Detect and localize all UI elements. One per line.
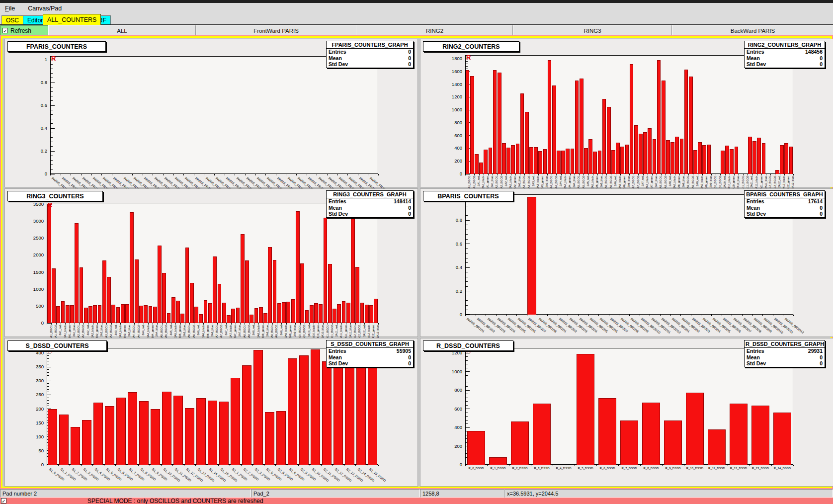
y-axis-label: 800 [437, 387, 462, 393]
pad-bparis_counters[interactable]: BPARIS_COUNTERSR00.20.40.60.81PARIS_BR1D… [420, 188, 833, 337]
y-axis-label: 1000 [19, 286, 44, 292]
x-axis-tick [501, 174, 502, 175]
x-axis-label: R_14_DSSD [767, 467, 797, 470]
histogram-bar [775, 170, 779, 174]
x-axis-label: 2A6_green [623, 176, 626, 189]
x-axis-tick [739, 174, 739, 175]
section-backward-paris[interactable]: BackWard PARIS [672, 25, 833, 36]
plot-frame[interactable] [50, 56, 378, 174]
x-axis-tick [101, 174, 102, 175]
pad-ring2_counters[interactable]: RING2_COUNTERSR0200400600800100012001400… [420, 39, 833, 187]
histogram-bar [588, 139, 592, 174]
x-axis-tick [355, 465, 356, 466]
x-axis-label: 3A11_black [339, 325, 342, 339]
menu-canvas-pad[interactable]: Canvas/Pad [28, 5, 62, 12]
x-axis-tick [358, 174, 358, 175]
histogram-bar [533, 404, 551, 465]
x-axis-tick [575, 174, 575, 175]
x-axis-tick [323, 323, 324, 325]
y-axis-minor-tick [466, 356, 468, 357]
histogram-bar [319, 304, 323, 323]
histogram-title-box[interactable]: RING3_COUNTERS [7, 191, 103, 201]
histogram-bar [360, 303, 364, 323]
x-axis-tick [310, 465, 310, 466]
x-axis-tick [235, 174, 235, 175]
histogram-title-box[interactable]: R_DSSD_COUNTERS [423, 340, 513, 351]
histogram-title-box[interactable]: FPARIS_COUNTERS [7, 41, 106, 52]
x-axis-tick [317, 174, 317, 175]
x-axis-label: 2A11_blue [764, 176, 767, 189]
root-canvas[interactable]: FPARIS_COUNTERSR00.20.40.60.81PARIS_FR1D… [1, 36, 832, 488]
y-axis-minor-tick [466, 234, 468, 235]
stats-box[interactable]: RING2_COUNTERS_GRAPHEntries148456Mean0St… [744, 41, 825, 68]
tab-all-counters[interactable]: ALL_COUNTERS [43, 14, 101, 25]
stats-box[interactable]: FPARIS_COUNTERS_GRAPHEntries0Mean0Std De… [326, 41, 414, 68]
x-axis-label: 3A4_BGO1 [132, 325, 135, 339]
section-frontward-paris[interactable]: FrontWard PARIS [196, 25, 356, 36]
y-axis-label: 100 [19, 434, 44, 439]
histogram-bar [153, 307, 157, 323]
pad-r_dssd_counters[interactable]: R_DSSD_COUNTERSR020040060080010001200R_0… [420, 338, 833, 487]
y-axis-tick [466, 371, 470, 372]
pad-ring3_counters[interactable]: RING3_COUNTERSR0500100015002000250030003… [4, 188, 418, 337]
histogram-bar [374, 299, 378, 323]
x-axis-tick [534, 174, 534, 175]
stats-label: Std Dev [747, 360, 766, 367]
y-axis-minor-tick [466, 215, 468, 216]
pad-s_dssd_counters[interactable]: S_DSSD_COUNTERSR050100150200250300350400… [4, 338, 418, 487]
histogram-bar [648, 128, 652, 174]
stats-value: 0 [408, 55, 411, 62]
stats-box[interactable]: R_DSSD_COUNTERS_GRAPHEntries29931Mean0St… [744, 340, 825, 367]
stats-row-mean: Mean0 [745, 55, 825, 62]
stats-box[interactable]: S_DSSD_COUNTERS_GRAPHEntries55905Mean0St… [326, 340, 414, 367]
refresh-button[interactable]: ✓ Refresh [0, 25, 48, 36]
menu-file-label: ile [9, 5, 15, 12]
histogram-title-box[interactable]: RING2_COUNTERS [423, 41, 519, 52]
section-all[interactable]: ALL [48, 25, 196, 36]
menu-file[interactable]: File [5, 5, 15, 12]
histogram-bar [231, 378, 240, 465]
section-ring3[interactable]: RING3 [513, 25, 672, 36]
x-axis-tick [520, 174, 520, 175]
x-axis-tick [300, 323, 301, 325]
histogram-bar [493, 70, 497, 174]
x-axis-tick [350, 323, 351, 325]
histogram-bar [642, 403, 661, 465]
y-axis-label: 400 [437, 424, 462, 430]
x-axis-tick [218, 465, 219, 466]
histogram-bar [288, 358, 297, 465]
x-axis-tick [552, 174, 552, 175]
stats-box[interactable]: RING3_COUNTERS_GRAPHEntries148414Mean0St… [326, 190, 414, 218]
x-axis-label: 3A6_blue [211, 325, 214, 336]
histogram-bar [242, 365, 251, 465]
x-axis-tick [368, 174, 368, 175]
x-axis-tick [175, 323, 176, 325]
x-axis-tick [611, 174, 611, 175]
y-axis-label: 200 [437, 443, 462, 449]
y-axis-minor-tick [466, 360, 468, 361]
special-mode-checkbox[interactable]: ✓ [1, 498, 6, 504]
y-axis-label: 0 [437, 312, 462, 317]
y-axis-label: 0 [19, 320, 44, 326]
y-axis-minor-tick [51, 119, 53, 119]
x-axis-label: 3A10_red [307, 325, 310, 337]
histogram-bar [311, 349, 320, 465]
y-axis-minor-tick [51, 69, 53, 69]
histogram-bar [135, 259, 139, 323]
histogram-bar [149, 306, 153, 323]
histogram-bar [725, 146, 729, 174]
histogram-bar [748, 137, 752, 174]
histogram-bar [102, 260, 106, 323]
y-axis-minor-tick [51, 100, 53, 101]
x-axis-tick [130, 323, 130, 325]
histogram-title-box[interactable]: BPARIS_COUNTERS [423, 191, 513, 201]
x-axis-tick [698, 174, 698, 175]
x-axis-tick [701, 315, 701, 316]
histogram-bar [561, 151, 565, 174]
section-ring2[interactable]: RING2 [356, 25, 513, 36]
pad-fparis_counters[interactable]: FPARIS_COUNTERSR00.20.40.60.81PARIS_FR1D… [4, 39, 418, 187]
stats-box[interactable]: BPARIS_COUNTERS_GRAPHEntries17614Mean0St… [744, 190, 825, 218]
tab-osc[interactable]: OSC [1, 15, 23, 24]
histogram-title-box[interactable]: S_DSSD_COUNTERS [7, 340, 107, 351]
refresh-checkbox[interactable]: ✓ [2, 28, 8, 33]
